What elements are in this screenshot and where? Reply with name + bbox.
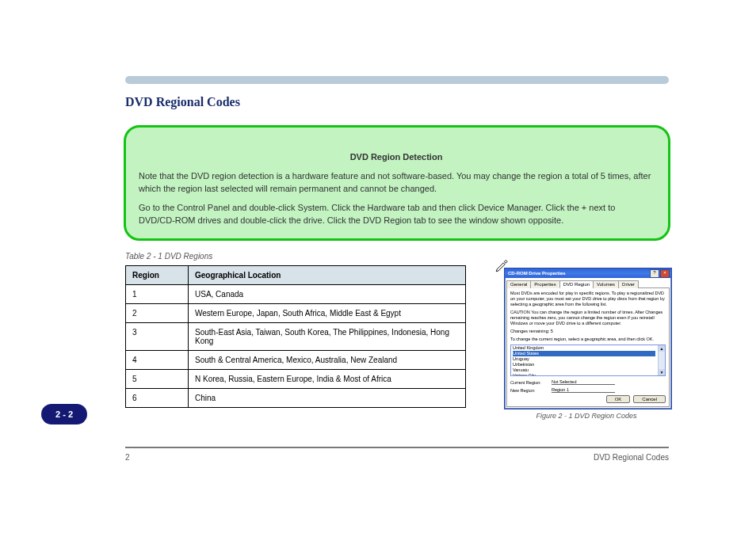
dialog-titlebar: CD-ROM Drive Properties ? ×: [505, 268, 671, 278]
list-item[interactable]: Vanuatu: [513, 367, 665, 373]
table-row: 1USA, Canada: [126, 285, 466, 304]
note-content: DVD Region Detection Note that the DVD r…: [139, 150, 654, 227]
new-region-value: Region 1: [552, 387, 615, 393]
list-item-selected[interactable]: United States: [513, 351, 655, 356]
section-title: DVD Regional Codes: [125, 95, 240, 109]
table-row: 3South-East Asia, Taiwan, South Korea, T…: [126, 323, 466, 351]
header-rule: [125, 76, 669, 84]
cell-region: 2: [126, 304, 189, 323]
table-row: 2Western Europe, Japan, South Africa, Mi…: [126, 304, 466, 323]
close-button[interactable]: ×: [660, 269, 670, 278]
new-region-row: New Region: Region 1: [510, 387, 666, 393]
tab-volumes[interactable]: Volumes: [593, 280, 619, 288]
region-listbox[interactable]: United Kingdom United States Uruguay Uzb…: [510, 345, 666, 376]
dialog-caution-text: CAUTION You can change the region a limi…: [510, 310, 666, 326]
cell-location: USA, Canada: [189, 285, 466, 304]
dvd-region-table: Region Geographical Location 1USA, Canad…: [125, 265, 466, 408]
note-heading: DVD Region Detection: [139, 150, 654, 163]
tab-properties[interactable]: Properties: [530, 280, 559, 288]
cell-location: South-East Asia, Taiwan, South Korea, Th…: [189, 323, 466, 351]
dialog-tabs: General Properties DVD Region Volumes Dr…: [506, 280, 670, 288]
scroll-up-icon[interactable]: ▲: [659, 345, 665, 352]
dialog-changes-remaining: Changes remaining: 5: [510, 329, 666, 334]
col-location: Geographical Location: [189, 266, 466, 285]
cell-region: 3: [126, 323, 189, 351]
tab-dvd-region[interactable]: DVD Region: [559, 280, 594, 288]
cell-region: 6: [126, 389, 189, 408]
list-item[interactable]: United Kingdom: [513, 345, 665, 351]
ok-button[interactable]: OK: [606, 395, 631, 403]
cell-location: China: [189, 389, 466, 408]
current-region-value: Not Selected: [552, 379, 615, 385]
cell-region: 4: [126, 351, 189, 370]
list-item[interactable]: Uzbekistan: [513, 362, 665, 367]
footer-left: 2: [125, 453, 130, 462]
footer-right: DVD Regional Codes: [594, 453, 669, 462]
cancel-button[interactable]: Cancel: [633, 395, 666, 403]
listbox-scrollbar[interactable]: ▲ ▼: [658, 345, 665, 375]
note-line-1: Note that the DVD region detection is a …: [139, 169, 654, 195]
table-header-row: Region Geographical Location: [126, 266, 466, 285]
table-caption: Table 2 - 1 DVD Regions: [125, 252, 212, 261]
table-row: 6China: [126, 389, 466, 408]
tab-driver[interactable]: Driver: [618, 280, 639, 288]
table-row: 5N Korea, Russia, Eastern Europe, India …: [126, 370, 466, 389]
col-region: Region: [126, 266, 189, 285]
help-button[interactable]: ?: [650, 269, 659, 278]
cell-location: Western Europe, Japan, South Africa, Mid…: [189, 304, 466, 323]
dialog-intro-text: Most DVDs are encoded for play in specif…: [510, 291, 666, 307]
footer: 2 DVD Regional Codes: [125, 453, 669, 462]
scroll-down-icon[interactable]: ▼: [659, 369, 665, 375]
note-line-2: Go to the Control Panel and double-click…: [139, 201, 654, 227]
properties-dialog: CD-ROM Drive Properties ? × General Prop…: [504, 268, 672, 409]
new-region-label: New Region:: [510, 388, 548, 393]
cell-location: South & Central America, Mexico, Austral…: [189, 351, 466, 370]
cell-location: N Korea, Russia, Eastern Europe, India &…: [189, 370, 466, 389]
dialog-title: CD-ROM Drive Properties: [506, 271, 566, 276]
table-row: 4South & Central America, Mexico, Austra…: [126, 351, 466, 370]
dialog-tabpage: Most DVDs are encoded for play in specif…: [506, 288, 670, 407]
list-item[interactable]: Vatican City: [513, 373, 665, 376]
footer-rule: [125, 447, 669, 448]
figure-caption: Figure 2 - 1 DVD Region Codes: [507, 412, 666, 420]
dialog-instruct-text: To change the current region, select a g…: [510, 337, 666, 342]
list-item[interactable]: Uruguay: [513, 356, 665, 362]
page-number-badge: 2 - 2: [41, 404, 87, 424]
cell-region: 1: [126, 285, 189, 304]
cell-region: 5: [126, 370, 189, 389]
current-region-row: Current Region: Not Selected: [510, 379, 666, 385]
tab-general[interactable]: General: [506, 280, 531, 288]
current-region-label: Current Region:: [510, 380, 548, 385]
